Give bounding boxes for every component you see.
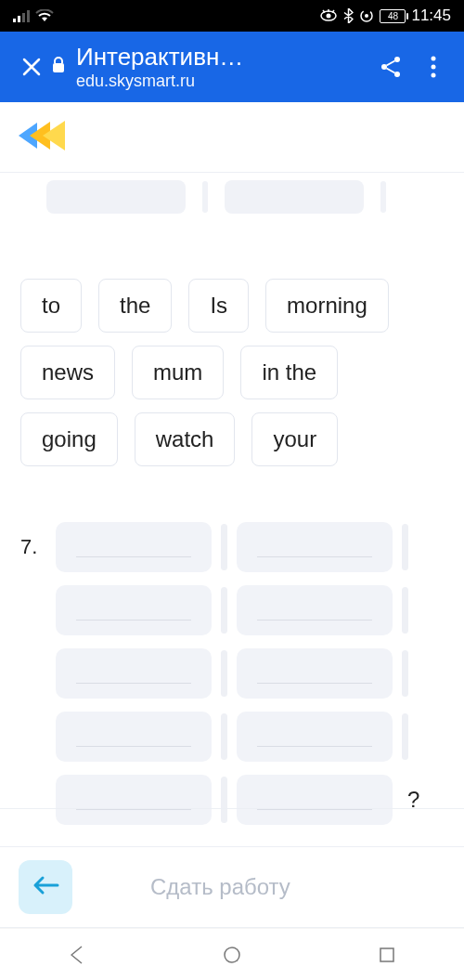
word-chip[interactable]: in the [240,346,338,399]
status-left [13,9,54,22]
word-chip[interactable]: news [20,346,115,399]
android-nav-bar [0,928,464,980]
footer-bar: Сдать работу [0,846,464,928]
next-block-sliver [0,808,464,846]
battery-indicator: 48 [380,9,406,23]
word-chip[interactable]: watch [135,412,236,466]
svg-point-16 [432,65,436,70]
submit-button[interactable]: Сдать работу [110,874,445,900]
nav-recent-icon[interactable] [373,941,401,969]
slot-separator [402,650,408,697]
svg-rect-1 [18,16,20,22]
drop-slot[interactable] [46,180,186,214]
svg-point-10 [365,14,368,18]
word-chip[interactable]: Is [188,279,249,333]
page-host: edu.skysmart.ru [76,72,243,91]
signal-icon [13,9,30,22]
word-chip[interactable]: morning [265,279,389,333]
more-icon[interactable] [412,56,455,78]
svg-point-18 [225,947,239,962]
slot-separator [402,587,408,634]
word-chip[interactable]: mum [132,346,224,399]
word-chip[interactable]: going [20,412,118,466]
question-number: 7. [20,535,46,559]
status-right: 48 11:45 [319,7,451,25]
nav-back-icon[interactable] [63,941,91,969]
word-chip[interactable]: your [251,412,338,466]
svg-rect-2 [22,13,25,22]
bluetooth-icon [343,8,354,23]
slot-separator [402,713,408,760]
close-icon[interactable] [13,56,50,78]
eye-comfort-icon [319,9,338,22]
drop-slot[interactable] [56,585,212,635]
slot-separator [380,181,386,213]
lock-icon [50,56,67,78]
drop-slot[interactable] [56,522,212,572]
svg-point-14 [394,72,400,77]
slot-separator [202,181,208,213]
data-saver-icon [359,8,374,23]
question-7: 7. [20,522,444,825]
address-area[interactable]: Интерактивн… edu.skysmart.ru [50,44,369,91]
drop-slot[interactable] [237,648,393,699]
android-status-bar: 48 11:45 [0,0,464,32]
slot-separator [221,713,227,760]
exercise-area: to the Is morning news mum in the going … [0,180,464,825]
svg-point-13 [381,64,387,70]
svg-point-17 [432,73,436,78]
drop-slot[interactable] [237,712,393,762]
nav-home-icon[interactable] [218,941,246,969]
slot-separator [221,650,227,697]
app-logo-bar [0,102,464,173]
page-title: Интерактивн… [76,44,243,72]
word-chip[interactable]: the [98,279,172,333]
drop-slot[interactable] [237,522,393,572]
drop-slot[interactable] [225,180,364,214]
slot-separator [221,524,227,570]
svg-point-15 [432,57,436,61]
svg-rect-19 [380,948,393,961]
drop-slot[interactable] [56,712,212,762]
slot-separator [221,587,227,634]
browser-toolbar: Интерактивн… edu.skysmart.ru [0,32,464,102]
drop-slot[interactable] [56,648,212,699]
svg-rect-0 [13,19,16,22]
svg-rect-3 [27,10,30,22]
battery-percent: 48 [388,11,398,21]
previous-question-remnant [20,180,444,214]
slot-separator [402,524,408,570]
arrow-left-icon [32,875,59,899]
word-chip[interactable]: to [20,279,82,333]
share-icon[interactable] [369,55,412,79]
svg-point-12 [394,57,400,62]
svg-rect-11 [53,63,64,72]
status-time: 11:45 [411,7,451,25]
drop-slot[interactable] [237,585,393,635]
skysmart-logo-icon [17,117,74,158]
wifi-icon [35,9,54,22]
word-bank: to the Is morning news mum in the going … [20,279,444,466]
back-button[interactable] [19,860,72,914]
svg-point-5 [327,14,331,19]
